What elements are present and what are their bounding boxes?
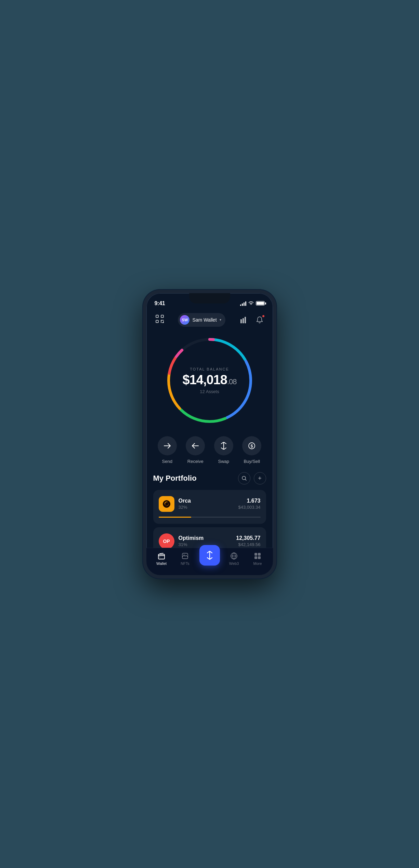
notification-badge (262, 315, 265, 318)
action-buttons: Send Receive Swap (146, 433, 273, 472)
svg-rect-26 (254, 553, 257, 556)
scan-icon (155, 314, 164, 325)
signal-icon (240, 301, 246, 306)
asset-card-optimism[interactable]: OP Optimism 31% 12,305.77 $42,149.56 (153, 527, 266, 548)
svg-rect-8 (243, 318, 244, 323)
svg-rect-1 (161, 315, 163, 318)
optimism-amount: 12,305.77 (236, 535, 260, 541)
portfolio-search-button[interactable] (238, 472, 250, 484)
center-action-button[interactable] (199, 545, 220, 566)
svg-rect-9 (245, 317, 246, 323)
wallet-selector[interactable]: SW Sam Wallet ▾ (178, 313, 225, 327)
orca-values: 1.673 $43,003.34 (238, 498, 260, 510)
nav-web3[interactable]: Web3 (225, 550, 244, 568)
orca-amount: 1.673 (238, 498, 260, 504)
buysell-icon-circle: $ (242, 436, 261, 455)
svg-rect-7 (240, 319, 242, 323)
orca-info: Orca 32% (179, 498, 234, 510)
balance-info: TOTAL BALANCE $14,018.08 12 Assets (179, 367, 240, 394)
receive-button[interactable]: Receive (185, 436, 206, 464)
buysell-icon: $ (248, 442, 256, 450)
svg-text:$: $ (251, 443, 253, 448)
optimism-usd: $42,149.56 (236, 542, 260, 547)
svg-rect-29 (258, 556, 261, 559)
balance-circle: TOTAL BALANCE $14,018.08 12 Assets (163, 334, 256, 427)
scan-button[interactable] (153, 313, 166, 326)
svg-rect-28 (254, 556, 257, 559)
svg-point-23 (184, 555, 185, 556)
more-nav-icon (253, 552, 262, 560)
nfts-nav-label: NFTs (181, 561, 189, 566)
wallet-nav-icon (157, 552, 166, 560)
buysell-label: Buy/Sell (244, 459, 260, 464)
assets-count: 12 Assets (179, 389, 240, 394)
wifi-icon (248, 301, 254, 306)
swap-label: Swap (218, 459, 229, 464)
balance-label: TOTAL BALANCE (179, 367, 240, 371)
optimism-values: 12,305.77 $42,149.56 (236, 535, 260, 547)
portfolio-section: My Portfolio + (146, 472, 273, 548)
orca-icon (159, 496, 174, 512)
portfolio-header: My Portfolio + (153, 472, 266, 484)
analytics-button[interactable] (237, 313, 250, 326)
svg-rect-2 (156, 320, 158, 323)
receive-icon (192, 443, 199, 449)
header-actions (237, 313, 266, 326)
asset-row-orca: Orca 32% 1.673 $43,003.34 (159, 496, 261, 512)
receive-icon-circle (186, 436, 205, 455)
web3-nav-label: Web3 (229, 561, 239, 566)
balance-section: TOTAL BALANCE $14,018.08 12 Assets (146, 331, 273, 433)
wallet-nav-label: Wallet (156, 561, 167, 566)
nav-wallet[interactable]: Wallet (152, 550, 171, 568)
svg-rect-0 (156, 315, 158, 318)
status-time: 9:41 (155, 300, 165, 307)
wallet-name: Sam Wallet (192, 317, 217, 323)
orca-progress-bar (159, 517, 191, 518)
optimism-icon: OP (159, 533, 174, 548)
nav-more[interactable]: More (248, 550, 267, 568)
orca-progress-bar-container (159, 517, 261, 518)
portfolio-title: My Portfolio (153, 474, 197, 483)
wallet-avatar: SW (180, 315, 189, 325)
nfts-nav-icon (181, 552, 189, 560)
svg-point-21 (159, 557, 160, 557)
asset-card-orca[interactable]: Orca 32% 1.673 $43,003.34 (153, 490, 266, 524)
swap-icon-circle (214, 436, 233, 455)
battery-icon (256, 301, 265, 306)
web3-nav-icon (230, 552, 238, 560)
app-content[interactable]: SW Sam Wallet ▾ (146, 310, 273, 548)
balance-amount: $14,018.08 (179, 373, 240, 386)
send-button[interactable]: Send (157, 436, 178, 464)
portfolio-add-button[interactable]: + (254, 472, 266, 484)
header: SW Sam Wallet ▾ (146, 310, 273, 331)
notch (189, 293, 230, 303)
receive-label: Receive (187, 459, 204, 464)
swap-button[interactable]: Swap (213, 436, 234, 464)
bottom-navigation: Wallet NFTs (146, 548, 273, 575)
svg-rect-27 (258, 553, 261, 556)
send-label: Send (162, 459, 172, 464)
portfolio-actions: + (238, 472, 266, 484)
nav-nfts[interactable]: NFTs (176, 550, 195, 568)
buysell-button[interactable]: $ Buy/Sell (241, 436, 262, 464)
send-icon (163, 443, 171, 449)
status-icons (240, 301, 265, 306)
chart-icon (240, 316, 248, 323)
send-icon-circle (158, 436, 177, 455)
orca-usd: $43,003.34 (238, 505, 260, 510)
chevron-down-icon: ▾ (220, 318, 221, 322)
orca-percent: 32% (179, 505, 234, 510)
center-swap-icon (205, 551, 214, 560)
orca-name: Orca (179, 498, 234, 504)
optimism-name: Optimism (179, 535, 232, 541)
notifications-button[interactable] (253, 313, 266, 326)
search-icon (241, 476, 247, 481)
svg-rect-20 (158, 554, 165, 559)
swap-icon (220, 442, 227, 450)
more-nav-label: More (253, 561, 262, 566)
phone-frame: 9:41 (143, 290, 276, 579)
